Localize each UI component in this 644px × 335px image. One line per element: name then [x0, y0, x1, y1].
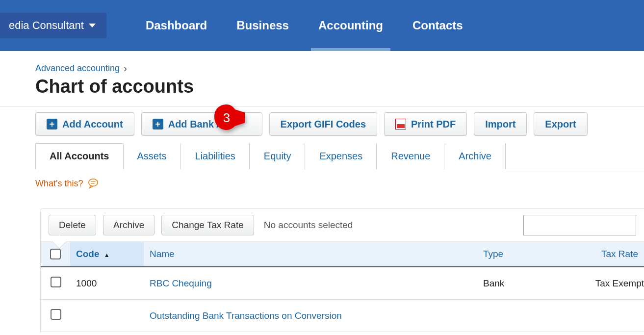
plus-icon: + — [47, 119, 57, 129]
caret-down-icon — [89, 24, 96, 27]
accounts-table: Code ▲ Name Type Tax Rate 1000 RBC Chequ… — [41, 242, 644, 332]
breadcrumb[interactable]: Advanced accounting › — [35, 63, 644, 74]
export-gifi-label: Export GIFI Codes — [281, 119, 366, 130]
export-label: Export — [545, 119, 576, 130]
import-button[interactable]: Import — [474, 112, 527, 136]
search-input[interactable] — [523, 215, 636, 235]
add-account-button[interactable]: + Add Account — [35, 112, 134, 136]
cell-code — [70, 300, 144, 332]
tab-assets[interactable]: Assets — [124, 143, 181, 169]
tab-archive[interactable]: Archive — [444, 143, 506, 169]
table-toolbar: Delete Archive Change Tax Rate No accoun… — [41, 209, 644, 242]
sort-asc-icon: ▲ — [104, 252, 110, 258]
select-all-checkbox[interactable] — [50, 249, 61, 259]
row-checkbox[interactable] — [51, 309, 61, 320]
breadcrumb-text: Advanced accounting — [35, 63, 120, 74]
chevron-right-icon: › — [124, 63, 127, 74]
col-type[interactable]: Type — [477, 242, 566, 267]
tab-expenses[interactable]: Expenses — [305, 143, 377, 169]
accounts-table-wrap: Delete Archive Change Tax Rate No accoun… — [40, 208, 644, 332]
account-tabs: All Accounts Assets Liabilities Equity E… — [35, 143, 644, 169]
tab-equity[interactable]: Equity — [250, 143, 306, 169]
plus-icon: + — [153, 119, 163, 129]
nav-business[interactable]: Business — [222, 0, 304, 51]
add-bank-label: Add Bank Acc — [168, 119, 234, 130]
import-label: Import — [485, 119, 515, 130]
top-navbar: edia Consultant Dashboard Business Accou… — [0, 0, 644, 51]
selection-status: No accounts selected — [264, 220, 353, 231]
nav-accounting[interactable]: Accounting — [304, 0, 398, 51]
cell-type — [477, 300, 566, 332]
add-bank-account-button[interactable]: + Add Bank Acc — [141, 112, 262, 136]
row-checkbox[interactable] — [51, 277, 61, 287]
org-name: edia Consultant — [9, 19, 84, 32]
primary-toolbar: + Add Account + Add Bank Acc Export GIFI… — [0, 106, 644, 143]
archive-button[interactable]: Archive — [103, 215, 155, 235]
cell-type: Bank — [477, 267, 566, 300]
cell-tax-rate — [566, 300, 644, 332]
org-switcher[interactable]: edia Consultant — [0, 13, 106, 38]
page-title: Chart of accounts — [35, 76, 644, 97]
table-row: 1000 RBC Chequing Bank Tax Exempt — [41, 267, 644, 300]
chat-icon — [88, 178, 99, 189]
col-name[interactable]: Name — [144, 242, 477, 267]
cell-name[interactable]: Outstanding Bank Transactions on Convers… — [144, 300, 477, 332]
main-nav: Dashboard Business Accounting Contacts — [131, 0, 478, 51]
page-header: Advanced accounting › Chart of accounts — [0, 51, 644, 106]
col-tax-rate[interactable]: Tax Rate — [566, 242, 644, 267]
table-row: Outstanding Bank Transactions on Convers… — [41, 300, 644, 332]
whats-this-label: What's this? — [35, 179, 83, 189]
nav-contacts[interactable]: Contacts — [398, 0, 478, 51]
cell-name[interactable]: RBC Chequing — [144, 267, 477, 300]
col-code-label: Code — [76, 249, 100, 259]
export-button[interactable]: Export — [534, 112, 587, 136]
add-account-label: Add Account — [62, 119, 123, 130]
whats-this-link[interactable]: What's this? — [35, 178, 644, 189]
cell-code: 1000 — [70, 267, 144, 300]
export-gifi-button[interactable]: Export GIFI Codes — [269, 112, 377, 136]
delete-button[interactable]: Delete — [49, 215, 96, 235]
tab-liabilities[interactable]: Liabilities — [181, 143, 250, 169]
tab-revenue[interactable]: Revenue — [377, 143, 444, 169]
nav-dashboard[interactable]: Dashboard — [131, 0, 222, 51]
print-pdf-button[interactable]: Print PDF — [384, 112, 467, 136]
svg-point-0 — [89, 179, 98, 186]
pdf-icon — [395, 119, 406, 129]
tab-all-accounts[interactable]: All Accounts — [35, 143, 124, 169]
print-pdf-label: Print PDF — [411, 119, 456, 130]
change-tax-rate-button[interactable]: Change Tax Rate — [161, 215, 254, 235]
cell-tax-rate: Tax Exempt — [566, 267, 644, 300]
col-code[interactable]: Code ▲ — [70, 242, 144, 267]
